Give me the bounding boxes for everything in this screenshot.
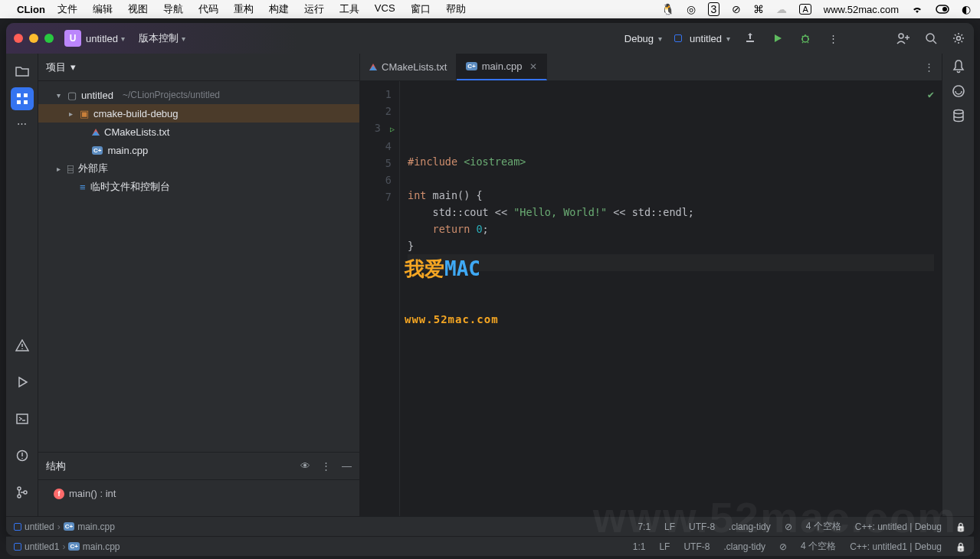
project-badge[interactable]: U: [64, 30, 81, 47]
line-separator[interactable]: LF: [664, 521, 675, 532]
services-tool-button[interactable]: [11, 371, 34, 394]
tray-no-entry-icon[interactable]: ⊘: [732, 3, 741, 15]
code-with-me-button[interactable]: [896, 32, 911, 44]
menu-navigate[interactable]: 导航: [163, 2, 183, 16]
editor-tabs: CMakeLists.txt C+ main.cpp ✕ ⋮: [360, 54, 942, 81]
minimize-icon[interactable]: —: [342, 460, 352, 472]
git-tool-button[interactable]: [11, 481, 34, 504]
tab-cmakelists[interactable]: CMakeLists.txt: [360, 54, 457, 80]
problems-tool-button[interactable]: [11, 334, 34, 357]
expand-icon[interactable]: ▸: [54, 165, 63, 173]
menu-run[interactable]: 运行: [304, 2, 324, 16]
svg-rect-8: [17, 100, 21, 104]
menu-code[interactable]: 代码: [198, 2, 218, 16]
line-separator[interactable]: LF: [659, 541, 670, 552]
tabs-more-button[interactable]: ⋮: [916, 54, 942, 80]
project-tool-button[interactable]: [11, 60, 34, 83]
database-button[interactable]: [952, 109, 965, 123]
run-button[interactable]: [770, 33, 785, 44]
more-actions-button[interactable]: ⋮: [825, 33, 841, 44]
code-editor[interactable]: 123 ▷4567 ✔ 我爱MAC www.52mac.com #include…: [360, 81, 942, 516]
more-icon[interactable]: ⋮: [321, 460, 331, 472]
tree-build-folder[interactable]: ▸ ▣ cmake-build-debug: [38, 104, 359, 123]
readonly-icon[interactable]: [955, 521, 966, 532]
notifications-button[interactable]: [952, 60, 965, 74]
app-name[interactable]: CLion: [17, 4, 45, 15]
tree-main-file[interactable]: C+ main.cpp: [38, 141, 359, 159]
visibility-icon[interactable]: 👁: [300, 460, 310, 472]
debug-button[interactable]: [798, 32, 813, 44]
menu-edit[interactable]: 编辑: [93, 2, 113, 16]
settings-button[interactable]: [951, 32, 966, 44]
no-entry-icon[interactable]: ⊘: [785, 521, 792, 532]
tray-cloud-icon[interactable]: ☁: [776, 3, 787, 15]
tree-external-libs[interactable]: ▸ ⌸ 外部库: [38, 159, 359, 178]
file-encoding[interactable]: UTF-8: [683, 541, 710, 552]
tray-toggle-icon[interactable]: [936, 5, 949, 14]
cursor-position[interactable]: 7:1: [637, 521, 651, 532]
tray-date-icon[interactable]: 3: [708, 2, 720, 16]
menu-tools[interactable]: 工具: [339, 2, 359, 16]
tray-cc-icon[interactable]: ◎: [687, 3, 696, 15]
minimize-window-button[interactable]: [29, 34, 38, 43]
menu-vcs[interactable]: VCS: [375, 2, 395, 16]
inspection-ok-icon[interactable]: ✔: [928, 86, 934, 103]
expand-icon[interactable]: ▸: [66, 110, 75, 118]
structure-item[interactable]: f main() : int: [38, 486, 359, 501]
tray-penguin-icon[interactable]: 🐧: [661, 3, 674, 15]
info-tool-button[interactable]: [11, 444, 34, 467]
menu-help[interactable]: 帮助: [446, 2, 466, 16]
linter-config[interactable]: .clang-tidy: [729, 521, 771, 532]
tree-scratches[interactable]: ≡ 临时文件和控制台: [38, 178, 359, 196]
menu-refactor[interactable]: 重构: [234, 2, 254, 16]
svg-point-13: [18, 495, 21, 498]
build-config-selector[interactable]: Debug ▾: [624, 33, 662, 44]
project-selector[interactable]: untitled ▾: [86, 33, 125, 44]
tray-control-center-icon[interactable]: ◐: [962, 3, 971, 15]
chevron-down-icon[interactable]: ▾: [70, 61, 76, 73]
close-window-button[interactable]: [14, 34, 23, 43]
vcs-dropdown[interactable]: 版本控制 ▾: [139, 31, 185, 45]
svg-point-14: [24, 491, 27, 494]
linter-config[interactable]: .clang-tidy: [723, 541, 765, 552]
crumb-file[interactable]: main.cpp: [83, 541, 120, 552]
tab-main-cpp[interactable]: C+ main.cpp ✕: [457, 54, 547, 80]
expand-icon[interactable]: ▾: [54, 91, 63, 100]
crumb-project[interactable]: untitled: [25, 521, 54, 532]
structure-tool-button[interactable]: [11, 87, 34, 110]
tray-command-icon[interactable]: ⌘: [753, 3, 764, 15]
search-button[interactable]: [923, 32, 939, 44]
crumb-file[interactable]: main.cpp: [77, 521, 115, 532]
run-context[interactable]: C++: untitled1 | Debug: [850, 541, 942, 552]
close-tab-icon[interactable]: ✕: [529, 61, 537, 72]
menu-view[interactable]: 视图: [128, 2, 148, 16]
maximize-window-button[interactable]: [44, 34, 54, 43]
ai-assist-button[interactable]: [952, 84, 965, 98]
more-tools-button[interactable]: ⋯: [17, 118, 27, 129]
chevron-down-icon: ▾: [121, 34, 125, 43]
run-context[interactable]: C++: untitled | Debug: [855, 521, 942, 532]
tree-root[interactable]: ▾ ▢ untitled ~/CLionProjects/untitled: [38, 86, 359, 104]
code-content[interactable]: ✔ 我爱MAC www.52mac.com #include <iostream…: [400, 81, 942, 516]
crumb-project[interactable]: untitled1: [25, 541, 59, 552]
build-button[interactable]: [742, 32, 758, 44]
tray-wifi-icon[interactable]: [911, 5, 923, 14]
folder-icon: ▣: [80, 108, 89, 119]
status-bar-secondary: untitled1 › C+ main.cpp 1:1 LF UTF-8 .cl…: [6, 536, 974, 556]
tray-input-icon[interactable]: A: [799, 4, 811, 15]
terminal-tool-button[interactable]: [11, 407, 34, 430]
status-bar: untitled › C+ main.cpp 7:1 LF UTF-8 .cla…: [6, 516, 974, 536]
file-encoding[interactable]: UTF-8: [689, 521, 715, 532]
cursor-position[interactable]: 1:1: [633, 541, 646, 552]
chevron-down-icon: ▾: [182, 34, 185, 43]
tray-url[interactable]: www.52mac.com: [824, 4, 899, 15]
menu-build[interactable]: 构建: [269, 2, 289, 16]
readonly-icon[interactable]: [955, 541, 966, 552]
indent-setting[interactable]: 4 个空格: [801, 540, 836, 553]
indent-setting[interactable]: 4 个空格: [806, 520, 841, 533]
tree-cmake-file[interactable]: CMakeLists.txt: [38, 123, 359, 141]
run-target-selector[interactable]: untitled ▾: [674, 33, 730, 44]
menu-file[interactable]: 文件: [57, 2, 77, 16]
menu-window[interactable]: 窗口: [411, 2, 431, 16]
no-entry-icon[interactable]: ⊘: [779, 541, 787, 552]
